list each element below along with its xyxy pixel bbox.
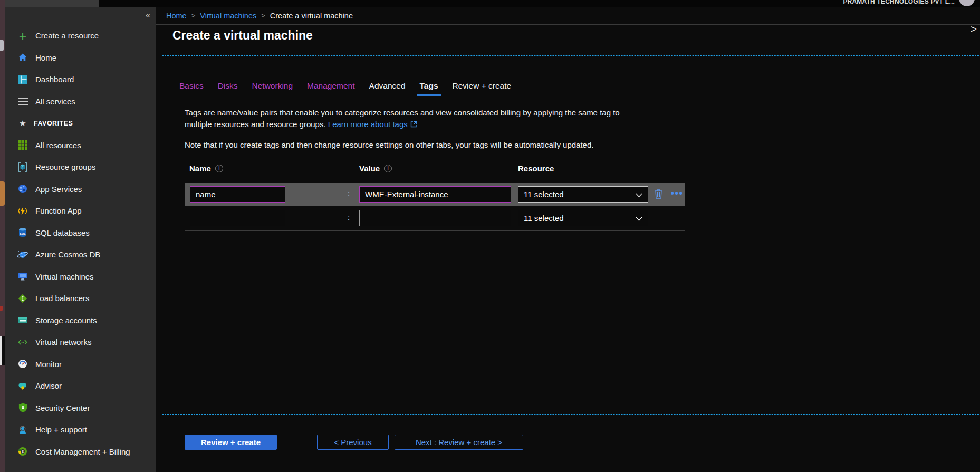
tab-review-create[interactable]: Review + create [451,81,513,91]
sidebar-item-load-balancers[interactable]: Load balancers [5,287,156,310]
sidebar-item-storage-accounts[interactable]: Storage accounts [5,310,156,332]
column-header-resource: Resource [518,164,554,173]
avatar[interactable] [959,0,975,6]
sql-databases-icon: SQL [17,227,28,238]
tab-disks[interactable]: Disks [217,81,239,91]
svg-text:SQL: SQL [20,232,26,235]
sidebar-nav: + Create a resource Home Dashboard All s… [5,25,156,463]
header-resource-label: Resource [518,164,554,173]
tab-management[interactable]: Management [306,81,356,91]
sidebar-item-label: Monitor [35,360,62,369]
wizard-footer: Review + create < Previous Next : Review… [156,435,980,450]
chevron-down-icon [636,190,642,199]
sidebar-item-create-a-resource[interactable]: + Create a resource [5,25,156,47]
sidebar-collapse-icon[interactable]: « [146,11,150,20]
sidebar-item-label: All services [35,97,75,106]
home-icon [17,52,28,63]
column-header-name: Name i [189,164,223,173]
sidebar-item-resource-groups[interactable]: Resource groups [5,156,156,178]
sidebar-item-home[interactable]: Home [5,47,156,69]
learn-more-link[interactable]: Learn more about tags [328,120,408,129]
tags-description: Tags are name/value pairs that enable yo… [185,107,620,131]
sidebar-item-app-services[interactable]: App Services [5,178,156,200]
info-icon[interactable]: i [384,165,392,172]
colon-separator: : [345,213,352,221]
breadcrumb-home-link[interactable]: Home [166,12,187,20]
svg-text:$: $ [22,450,24,454]
more-options-button[interactable] [671,192,682,195]
header-value-label: Value [359,164,380,173]
storage-accounts-icon [17,314,28,326]
sidebar-item-monitor[interactable]: Monitor [5,353,156,375]
tenant-name[interactable]: PRAMATH TECHNOLOGIES PVT L... [843,0,955,5]
sidebar-item-all-services[interactable]: All services [5,91,156,113]
function-app-icon [17,205,28,217]
advisor-icon [17,380,28,392]
load-balancers-icon [17,293,28,304]
sidebar-item-advisor[interactable]: Advisor [5,375,156,397]
sidebar-item-label: Cost Management + Billing [35,447,130,456]
tags-description-line2: multiple resources and resource groups. [185,120,326,129]
column-header-value: Value i [359,164,392,173]
sidebar-item-virtual-machines[interactable]: Virtual machines [5,266,156,288]
review-create-button[interactable]: Review + create [185,435,277,450]
delete-row-button[interactable] [654,189,663,200]
sidebar-item-help-support[interactable]: Help + support [5,419,156,441]
sidebar-item-label: SQL databases [35,228,90,237]
sidebar-item-label: Advisor [35,381,62,390]
tags-note: Note that if you create tags and then ch… [185,140,593,149]
dock-item [0,306,3,311]
tags-description-line1: Tags are name/value pairs that enable yo… [185,108,620,117]
info-icon[interactable]: i [215,165,223,172]
resource-groups-icon [17,161,28,173]
external-link-icon [410,119,417,131]
sidebar-item-label: App Services [35,185,82,194]
sidebar: « + Create a resource Home Dashboard All… [5,7,156,472]
tag-value-input-empty[interactable] [359,210,511,226]
next-button[interactable]: Next : Review + create > [395,435,523,450]
tags-table: Name i Value i Resource : 11 selected [185,161,685,231]
star-icon: ★ [17,118,28,129]
tags-table-header: Name i Value i Resource [185,161,685,177]
sidebar-item-dashboard[interactable]: Dashboard [5,69,156,91]
colon-separator: : [345,189,352,198]
resource-dropdown[interactable]: 11 selected [518,186,648,203]
sidebar-item-sql-databases[interactable]: SQL SQL databases [5,222,156,244]
wizard-tabs: Basics Disks Networking Management Advan… [178,81,512,91]
previous-button[interactable]: < Previous [317,435,389,450]
favorites-divider [82,123,147,123]
tag-value-input[interactable] [359,186,511,203]
sidebar-item-security-center[interactable]: Security Center [5,397,156,419]
page-title: Create a virtual machine [172,28,313,43]
resource-dropdown-value: 11 selected [524,214,564,223]
sidebar-item-all-resources[interactable]: All resources [5,134,156,157]
panel-close-chevron[interactable]: > [971,23,977,35]
shield-icon [17,402,28,413]
tab-advanced[interactable]: Advanced [368,81,407,91]
sidebar-item-function-app[interactable]: Function App [5,200,156,222]
tag-name-input-empty[interactable] [190,210,285,226]
ellipsis-dot [679,192,682,195]
dock-item [0,181,5,206]
tag-name-input[interactable] [190,186,285,203]
sidebar-item-label: Resource groups [35,162,95,171]
tab-tags[interactable]: Tags [419,81,439,91]
dock-item [0,336,5,365]
sidebar-item-label: Virtual networks [35,338,91,346]
resource-dropdown-value: 11 selected [524,190,564,199]
tab-networking[interactable]: Networking [251,81,294,91]
resource-dropdown[interactable]: 11 selected [518,210,648,226]
sidebar-section-favorites: ★ FAVORITES [5,112,156,134]
tab-basics[interactable]: Basics [178,81,205,91]
plus-icon: + [17,30,28,42]
sidebar-item-virtual-networks[interactable]: Virtual networks [5,331,156,353]
sidebar-item-cost-management[interactable]: $ Cost Management + Billing [5,441,156,463]
breadcrumb-virtual-machines-link[interactable]: Virtual machines [200,12,256,20]
sidebar-item-label: Virtual machines [35,272,94,281]
breadcrumb-separator: > [261,12,265,20]
favorites-label: FAVORITES [34,120,73,127]
tag-row-2: : 11 selected [185,207,685,230]
sidebar-item-label: Help + support [35,425,87,434]
sidebar-item-azure-cosmos-db[interactable]: Azure Cosmos DB [5,244,156,266]
tag-row-1: : 11 selected [185,183,685,206]
